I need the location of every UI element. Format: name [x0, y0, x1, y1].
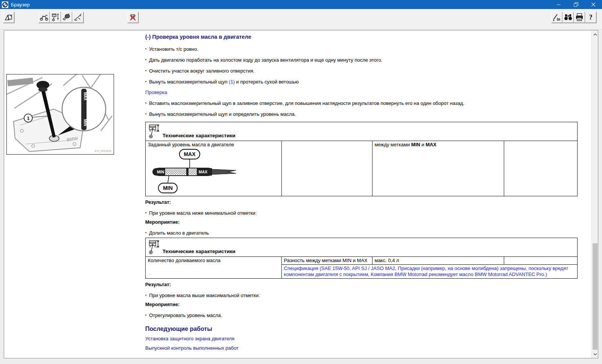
refill-label-cell: Количество доливаемого масла	[146, 257, 282, 279]
refill-param-cell: Разность между метками MIN и MAX	[281, 257, 372, 265]
content-area: BMW MAX MIN 1 K72_R110025 (-) Проверка у…	[4, 30, 598, 358]
vertical-scrollbar[interactable]	[591, 30, 598, 358]
graphic-hotspot-icon	[5, 14, 13, 21]
page-title-text: Проверка уровня масла в двигателе	[152, 34, 251, 40]
scroll-down-button[interactable]	[592, 351, 598, 357]
hide-special-tools-button[interactable]	[127, 12, 138, 23]
chevron-down-icon	[593, 353, 597, 355]
graphics-view-button[interactable]	[3, 12, 14, 23]
repair-instructions-button[interactable]	[72, 12, 84, 23]
svg-text:?: ?	[589, 14, 593, 21]
svg-text:MIN: MIN	[163, 185, 173, 191]
tool-crossed-out-icon	[129, 13, 137, 21]
binoculars-icon	[564, 14, 573, 21]
figure-caption: K72_R110025	[95, 150, 111, 153]
page-title: (-) Проверка уровня масла в двигателе	[145, 34, 578, 40]
maximize-button[interactable]	[567, 0, 585, 9]
oil-level-label-cell: Заданный уровень масла в двигателе MAX	[146, 141, 282, 196]
print-button[interactable]	[574, 12, 585, 23]
instruction-step: Вставить маслоизмерительный щуп в заливн…	[145, 100, 578, 106]
followup-link-engine-guard[interactable]: Установка защитного экрана двигателя	[145, 336, 578, 342]
window-titlebar: Браузер	[0, 0, 602, 9]
followup-heading: Последующие работы	[145, 326, 578, 332]
dipstick-diagram: MAX MIN MAX	[149, 149, 266, 194]
table-header-label: Технические характеристики	[163, 133, 236, 139]
magnifier-min-label: MIN	[83, 119, 87, 126]
check-heading-link[interactable]: Проверка	[145, 89, 578, 96]
followup-link-final-check[interactable]: Выпускной контроль выполненных работ	[145, 345, 578, 351]
oil-spec-cell: Спецификация (SAE 15W-50, API SJ / JASO …	[281, 265, 577, 279]
document: (-) Проверка уровня масла в двигателе Ус…	[145, 30, 578, 355]
vehicle-button[interactable]	[38, 12, 50, 23]
status-bar	[0, 358, 602, 364]
question-mark-icon: ?	[587, 13, 594, 21]
svg-text:MAX: MAX	[184, 151, 196, 157]
callout-1-link[interactable]: (1)	[229, 79, 235, 85]
empty-cell	[281, 141, 372, 196]
piston-icon	[148, 239, 159, 255]
empty-cell	[504, 257, 577, 265]
collapse-toggle[interactable]: (-)	[145, 34, 151, 40]
close-button[interactable]	[585, 0, 602, 9]
result-label: Результат:	[145, 282, 578, 288]
scroll-up-button[interactable]	[592, 31, 598, 38]
hand-tool-icon	[73, 13, 82, 21]
search-button[interactable]	[562, 12, 574, 23]
figure-callout-1: 1	[27, 115, 29, 121]
instruction-step: Вынуть маслоизмерительный щуп (1) и прот…	[145, 79, 578, 85]
magnifier-max-label: MAX	[83, 92, 87, 101]
action-step: Долить масло в двигатель	[145, 230, 578, 236]
pencil-inches-icon: in	[552, 13, 561, 21]
window-title: Браузер	[11, 2, 30, 8]
printer-icon	[575, 13, 584, 21]
operating-fluids-button[interactable]	[61, 12, 72, 23]
bmw-logo-icon	[2, 2, 8, 8]
piston-gauge-icon	[51, 13, 59, 21]
table-header-label: Технические характеристики	[163, 249, 236, 255]
empty-cell	[504, 141, 577, 196]
chevron-up-icon	[593, 33, 597, 36]
action-label: Мероприятие:	[145, 302, 578, 308]
result-condition: При уровне масла выше максимальной отмет…	[145, 292, 578, 299]
units-button[interactable]: in	[551, 12, 562, 23]
toolbar: in ?	[0, 9, 602, 29]
oil-can-icon	[62, 13, 71, 21]
instruction-step: Дать двигателю поработать на холостом хо…	[145, 57, 578, 63]
action-step: Отрегулировать уровень масла.	[145, 312, 578, 318]
motorcycle-icon	[40, 14, 49, 21]
instruction-step: Установить т/с ровно.	[145, 46, 578, 52]
svg-text:MIN: MIN	[157, 170, 164, 174]
technical-data-button[interactable]	[50, 12, 61, 23]
svg-text:in: in	[557, 17, 560, 21]
spec-table-refill: Технические характеристики Количество до…	[145, 238, 578, 279]
refill-value-cell: макс. 0,4 л	[372, 257, 504, 265]
instruction-step: Вынуть маслоизмерительный щуп и определи…	[145, 111, 578, 117]
result-label: Результат:	[145, 199, 578, 205]
help-button[interactable]: ?	[585, 12, 596, 23]
action-label: Мероприятие:	[145, 219, 578, 225]
instruction-step: Очистить участок вокруг заливного отверс…	[145, 68, 578, 74]
oil-level-value-cell: между метками MIN и MAX	[372, 141, 504, 196]
svg-text:MAX: MAX	[199, 170, 207, 174]
minimize-button[interactable]	[550, 0, 567, 9]
spec-table-oil-level: Технические характеристики Заданный уров…	[145, 122, 578, 196]
piston-icon	[148, 123, 159, 139]
scroll-thumb[interactable]	[593, 243, 597, 350]
result-condition: При уровне масла ниже минимальной отметк…	[145, 210, 578, 216]
engine-figure: BMW MAX MIN 1 K72_R110025	[6, 74, 114, 155]
